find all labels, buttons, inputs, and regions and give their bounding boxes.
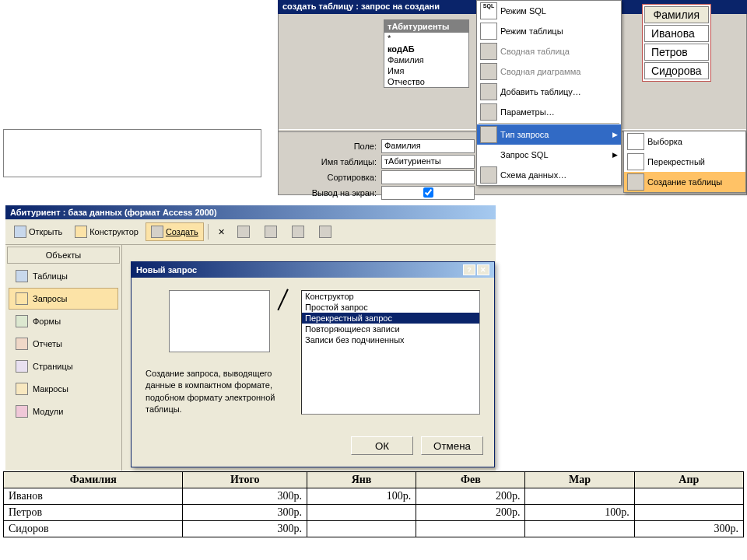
- table-header-row: Фамилия Итого Янв Фев Мар Апр: [4, 472, 744, 488]
- grid-cell-output[interactable]: [381, 186, 475, 200]
- sidebar-label: Таблицы: [33, 271, 68, 281]
- field-list-header: тАбитуриенты: [384, 20, 468, 33]
- cell: [525, 488, 634, 505]
- field-list-item[interactable]: Фамилия: [384, 54, 468, 65]
- open-button[interactable]: Открыть: [9, 222, 68, 241]
- col-header: Фамилия: [4, 472, 183, 488]
- field-list-item[interactable]: *: [384, 33, 468, 44]
- list-item[interactable]: Простой запрос: [302, 302, 479, 313]
- query-icon: [16, 292, 28, 305]
- result-preview-table: Фамилия Иванова Петров Сидорова: [642, 4, 711, 82]
- pivot-icon: [480, 43, 497, 60]
- result-cell: Петров: [644, 44, 709, 61]
- cell: [634, 505, 743, 521]
- sidebar-item-tables[interactable]: Таблицы: [9, 265, 118, 287]
- menu-separator: [479, 123, 619, 124]
- delete-icon: ✕: [218, 227, 225, 237]
- sidebar-item-modules[interactable]: Модули: [9, 401, 118, 422]
- field-list-item[interactable]: кодАБ: [384, 44, 468, 54]
- details-icon: [319, 226, 331, 238]
- sidebar-label: Страницы: [33, 362, 73, 371]
- dialog-title: Новый запрос: [136, 265, 197, 275]
- list-item[interactable]: Перекрестный запрос: [302, 313, 479, 324]
- grid-cell-sort[interactable]: [381, 170, 475, 184]
- table-row: Иванов 300р. 100р. 200р.: [4, 488, 744, 505]
- sidebar-item-queries[interactable]: Запросы: [9, 288, 118, 310]
- sidebar-item-macros[interactable]: Макросы: [9, 378, 118, 400]
- ctx-datasheet-view[interactable]: Режим таблицы: [477, 21, 621, 41]
- view-list[interactable]: [286, 222, 312, 241]
- btn-label: Конструктор: [89, 227, 139, 236]
- grid-cell-field[interactable]: Фамилия: [381, 139, 475, 153]
- field-list-item[interactable]: Отчество: [384, 76, 468, 87]
- col-header: Апр: [634, 472, 743, 488]
- view-details[interactable]: [314, 222, 339, 241]
- dialog-preview: Создание запроса, выводящего данные в ко…: [146, 290, 293, 416]
- create-button[interactable]: Создать: [146, 222, 204, 241]
- sidebar-label: Модули: [33, 407, 63, 416]
- pivotchart-icon: [480, 63, 497, 80]
- view-small-icons[interactable]: [259, 222, 285, 241]
- table-row: Петров 300р. 200р. 100р.: [4, 505, 744, 521]
- ctx-query-type[interactable]: Тип запроса▶: [477, 124, 621, 145]
- ctx-sql-query[interactable]: Запрос SQL▶: [477, 145, 621, 165]
- cell: [307, 521, 416, 537]
- grid-cell-table[interactable]: тАбитуриенты: [381, 155, 475, 169]
- database-toolbar: Открыть Конструктор Создать ✕: [5, 219, 496, 245]
- sub-label: Выборка: [647, 137, 682, 146]
- sidebar-item-forms[interactable]: Формы: [9, 310, 118, 332]
- query-type-icon: [480, 126, 497, 143]
- crosstab-icon: [627, 153, 644, 170]
- result-cell: Иванова: [644, 25, 709, 42]
- cell: [634, 488, 743, 505]
- context-menu[interactable]: SQLРежим SQL Режим таблицы Сводная табли…: [476, 0, 622, 186]
- select-icon: [627, 133, 644, 150]
- submenu-arrow-icon: ▶: [612, 131, 618, 138]
- sub-make-table-query[interactable]: Создание таблицы: [624, 172, 745, 192]
- list-item[interactable]: Записи без подчиненных: [302, 334, 479, 345]
- sub-crosstab-query[interactable]: Перекрестный: [624, 152, 745, 172]
- query-type-list[interactable]: Конструктор Простой запрос Перекрестный …: [301, 290, 480, 415]
- ctx-sql-view[interactable]: SQLРежим SQL: [477, 1, 621, 21]
- ctx-add-table[interactable]: Добавить таблицу…: [477, 82, 621, 102]
- grid-label-output: Вывод на экран:: [294, 188, 380, 198]
- cell: 200р.: [416, 505, 525, 521]
- list-item[interactable]: Повторяющиеся записи: [302, 324, 479, 334]
- cell: 200р.: [416, 488, 525, 505]
- ctx-pivot-table: Сводная таблица: [477, 41, 621, 61]
- help-button[interactable]: ?: [463, 264, 475, 275]
- close-button[interactable]: ✕: [477, 264, 489, 275]
- sidebar-label: Макросы: [33, 384, 68, 394]
- sub-label: Создание таблицы: [647, 177, 722, 187]
- view-large-icons[interactable]: [232, 222, 258, 241]
- query-type-submenu[interactable]: Выборка Перекрестный Создание таблицы: [623, 131, 746, 193]
- sidebar-item-reports[interactable]: Отчеты: [9, 333, 118, 355]
- delete-button[interactable]: ✕: [212, 224, 230, 240]
- ctx-relationships[interactable]: Схема данных…: [477, 165, 621, 185]
- col-header: Фев: [416, 472, 525, 488]
- ctx-label: Сводная таблица: [500, 47, 570, 56]
- form-icon: [16, 315, 28, 327]
- design-button[interactable]: Конструктор: [69, 222, 144, 241]
- col-header: Итого: [183, 472, 307, 488]
- sub-select-query[interactable]: Выборка: [624, 131, 745, 152]
- macro-icon: [16, 383, 28, 395]
- sidebar-item-pages[interactable]: Страницы: [9, 355, 118, 377]
- cell: 100р.: [307, 488, 416, 505]
- cancel-button[interactable]: Отмена: [421, 436, 483, 455]
- toolbar-separator: [208, 224, 209, 240]
- cell: [307, 505, 416, 521]
- field-list[interactable]: тАбитуриенты * кодАБ Фамилия Имя Отчеств…: [384, 19, 469, 88]
- output-checkbox[interactable]: [423, 187, 433, 198]
- col-header: Мар: [525, 472, 634, 488]
- cell: Сидоров: [4, 521, 183, 537]
- database-title: Абитуриент : база данных (формат Access …: [5, 205, 496, 219]
- cell: Иванов: [4, 488, 183, 505]
- ok-button[interactable]: ОК: [351, 436, 413, 455]
- empty-panel: [3, 129, 261, 177]
- field-list-item[interactable]: Имя: [384, 65, 468, 76]
- list-item[interactable]: Конструктор: [302, 291, 479, 302]
- ctx-parameters[interactable]: Параметры…: [477, 102, 621, 122]
- cell: [525, 521, 634, 537]
- wizard-preview-icon: [169, 290, 270, 352]
